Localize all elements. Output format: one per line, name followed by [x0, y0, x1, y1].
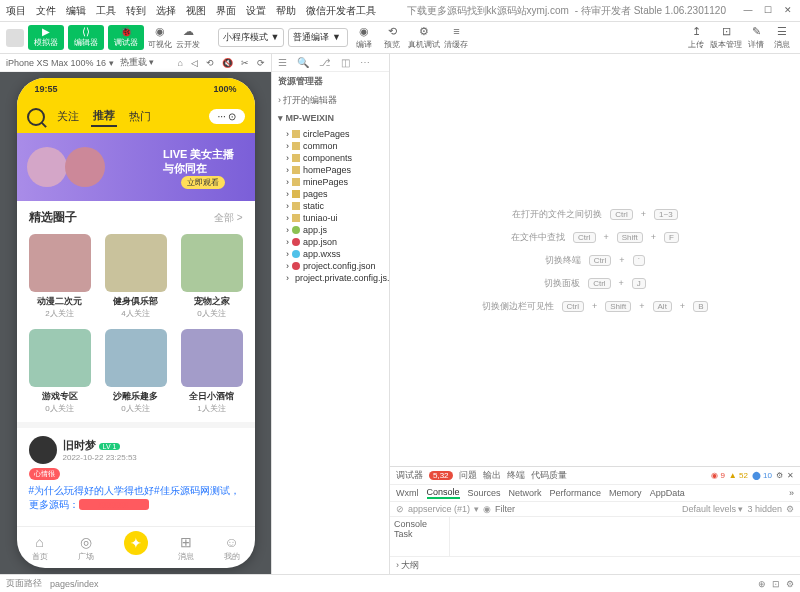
version-button[interactable]: ⊡版本管理 [710, 25, 742, 49]
banner[interactable]: LIVE 美女主播与你同在 立即观看 [17, 133, 255, 201]
cut-icon[interactable]: ✂ [241, 58, 249, 68]
tree-node[interactable]: › homePages [272, 164, 389, 176]
tab-recommend[interactable]: 推荐 [91, 106, 117, 127]
avatar[interactable] [6, 29, 24, 47]
back-icon[interactable]: ◁ [191, 58, 198, 68]
menu-item[interactable]: 文件 [36, 4, 56, 18]
outline-icon[interactable]: ◫ [341, 57, 350, 68]
post[interactable]: 旧时梦 LV 1 2022-10-22 23:25:53 心情很 #为什么玩得好… [17, 422, 255, 520]
menu-item[interactable]: 项目 [6, 4, 26, 18]
mute-icon[interactable]: 🔇 [222, 58, 233, 68]
simulator-button[interactable]: ▶模拟器 [28, 25, 64, 50]
devtools-subtab[interactable]: Performance [550, 488, 602, 498]
visual-button[interactable]: ◉可视化 [148, 25, 172, 49]
devtools-subtab[interactable]: Wxml [396, 488, 419, 498]
home-icon[interactable]: ⌂ [178, 58, 183, 68]
nav-item[interactable]: ☺我的 [224, 534, 240, 562]
devtools-tab[interactable]: 代码质量 [531, 469, 567, 482]
footer-icon[interactable]: ⊡ [772, 579, 780, 589]
tree-node[interactable]: › app.json [272, 236, 389, 248]
minimize-icon[interactable]: — [742, 4, 754, 16]
info-count[interactable]: ⬤ 10 [752, 471, 772, 480]
tree-node[interactable]: › components [272, 152, 389, 164]
tab-hot[interactable]: 热门 [127, 107, 153, 126]
upload-button[interactable]: ↥上传 [684, 25, 708, 49]
menu-item[interactable]: 选择 [156, 4, 176, 18]
tree-node[interactable]: › minePages [272, 176, 389, 188]
capsule-button[interactable]: ··· ⊙ [209, 109, 244, 124]
filter-input[interactable] [495, 504, 678, 514]
close-devtools-icon[interactable]: ✕ [787, 471, 794, 480]
clear-cache-button[interactable]: ≡清缓存 [444, 25, 468, 49]
footer-icon[interactable]: ⚙ [786, 579, 794, 589]
tree-node[interactable]: › pages [272, 188, 389, 200]
debugger-button[interactable]: 🐞调试器 [108, 25, 144, 50]
search-icon[interactable] [27, 108, 45, 126]
context-select[interactable]: appservice (#1) [408, 504, 470, 514]
tree-node[interactable]: › static [272, 200, 389, 212]
devtools-tab[interactable]: 终端 [507, 469, 525, 482]
preview-button[interactable]: ⟲预览 [380, 25, 404, 49]
more-link[interactable]: 全部 > [214, 211, 243, 225]
tree-node[interactable]: › common [272, 140, 389, 152]
devtools-subtab[interactable]: Memory [609, 488, 642, 498]
clear-console-icon[interactable]: ⊘ [396, 504, 404, 514]
tree-node[interactable]: › project.config.json [272, 260, 389, 272]
level-select[interactable]: Default levels ▾ [682, 504, 744, 514]
nav-item[interactable]: ✦ [124, 539, 148, 556]
messages-button[interactable]: ☰消息 [770, 25, 794, 49]
rotate-icon[interactable]: ⟳ [257, 58, 265, 68]
menu-item[interactable]: 设置 [246, 4, 266, 18]
ua-select[interactable]: 热重载 ▾ [120, 56, 155, 69]
devtools-tab[interactable]: 问题 [459, 469, 477, 482]
remote-debug-button[interactable]: ⚙真机调试 [408, 25, 440, 49]
footer-icon[interactable]: ⊕ [758, 579, 766, 589]
gear-icon[interactable]: ⚙ [776, 471, 783, 480]
more-icon[interactable]: ⋯ [360, 57, 370, 68]
devtools-subtab[interactable]: Network [509, 488, 542, 498]
warn-count[interactable]: ▲ 52 [729, 471, 748, 480]
devtools-subtab[interactable]: Sources [468, 488, 501, 498]
project-root[interactable]: ▾ MP-WEIXIN [272, 110, 389, 126]
devtools-subtab[interactable]: Console [427, 487, 460, 499]
page-path[interactable]: pages/index [50, 579, 99, 589]
mode-select[interactable]: 小程序模式 ▼ [218, 28, 284, 47]
tree-node[interactable]: › app.wxss [272, 248, 389, 260]
tree-node[interactable]: › app.js [272, 224, 389, 236]
close-icon[interactable]: ✕ [782, 4, 794, 16]
eye-icon[interactable]: ◉ [483, 504, 491, 514]
circle-card[interactable]: 全日小酒馆1人关注 [181, 329, 243, 414]
menu-item[interactable]: 视图 [186, 4, 206, 18]
devtools-tab-main[interactable]: 调试器 [396, 469, 423, 482]
open-editors[interactable]: › 打开的编辑器 [272, 91, 389, 110]
maximize-icon[interactable]: ☐ [762, 4, 774, 16]
menu-item[interactable]: 编辑 [66, 4, 86, 18]
menu-item[interactable]: 工具 [96, 4, 116, 18]
nav-item[interactable]: ◎广场 [78, 534, 94, 562]
target-select[interactable]: 普通编译 ▼ [288, 28, 348, 47]
outline-header[interactable]: › 大纲 [390, 556, 800, 574]
error-count[interactable]: ◉ 9 [711, 471, 725, 480]
branch-icon[interactable]: ⎇ [319, 57, 331, 68]
compile-button[interactable]: ◉编译 [352, 25, 376, 49]
tree-node[interactable]: › project.private.config.js... [272, 272, 389, 284]
devtools-tab[interactable]: 输出 [483, 469, 501, 482]
circle-card[interactable]: 沙雕乐趣多0人关注 [105, 329, 167, 414]
tree-node[interactable]: › circlePages [272, 128, 389, 140]
task-side-tab[interactable]: Task [394, 529, 445, 539]
menu-item[interactable]: 转到 [126, 4, 146, 18]
menu-item[interactable]: 界面 [216, 4, 236, 18]
post-avatar[interactable] [29, 436, 57, 464]
nav-item[interactable]: ⌂首页 [32, 534, 48, 562]
tab-follow[interactable]: 关注 [55, 107, 81, 126]
details-button[interactable]: ✎详情 [744, 25, 768, 49]
editor-button[interactable]: ⟨⟩编辑器 [68, 25, 104, 50]
device-select[interactable]: iPhone XS Max 100% 16 ▾ [6, 58, 114, 68]
nav-item[interactable]: ⊞消息 [178, 534, 194, 562]
devtools-subtab[interactable]: AppData [650, 488, 685, 498]
menu-item[interactable]: 帮助 [276, 4, 296, 18]
circle-card[interactable]: 健身俱乐部4人关注 [105, 234, 167, 319]
circle-card[interactable]: 动漫二次元2人关注 [29, 234, 91, 319]
refresh-icon[interactable]: ⟲ [206, 58, 214, 68]
tree-node[interactable]: › tuniao-ui [272, 212, 389, 224]
